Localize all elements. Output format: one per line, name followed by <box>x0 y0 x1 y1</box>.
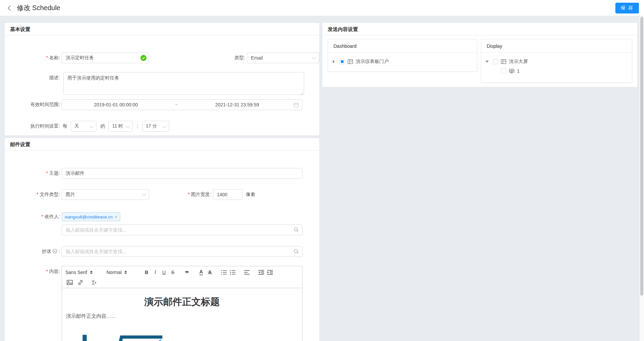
recipients-row: *收件人: xiangxu6@creditease.cn × <box>5 212 319 221</box>
back-icon[interactable] <box>5 4 13 12</box>
filetype-label: *文件类型: <box>5 192 60 198</box>
range-separator: ~ <box>170 102 183 107</box>
blockquote-button[interactable]: ❞ <box>183 268 191 276</box>
editor-content-area[interactable]: 演示邮件正文标题 演示邮件正文内容…… <box>62 288 302 341</box>
slide-checkbox[interactable] <box>501 68 506 74</box>
page-scrollbar-track[interactable] <box>639 16 644 341</box>
dashboard-card: Dashboard 演示仪表板门户 <box>328 39 477 72</box>
display-card-title: Display <box>481 39 632 53</box>
required-mark: * <box>46 269 48 274</box>
date-range-picker[interactable]: 2019-01-01 00:00:00 ~ 2021-12-31 23:59:5… <box>62 99 302 110</box>
name-field-wrap <box>62 53 149 63</box>
size-picker-value: Normal <box>106 270 122 275</box>
valid-check-icon <box>140 55 147 61</box>
bullet-list-button[interactable] <box>228 268 237 276</box>
required-mark: * <box>46 170 48 176</box>
chevron-down-icon <box>162 124 166 128</box>
tree-node-slide[interactable]: 1 <box>484 66 629 76</box>
range-start-value: 2019-01-01 00:00:00 <box>62 102 170 107</box>
page-scrollbar-thumb[interactable] <box>640 17 643 296</box>
recipient-tag: xiangxu6@creditease.cn × <box>62 212 120 221</box>
required-mark: * <box>46 55 48 60</box>
size-picker[interactable]: Normal <box>106 270 136 275</box>
chevron-down-icon <box>142 192 146 196</box>
caret-right-icon[interactable] <box>331 60 337 63</box>
exec-time-row: 执行时间设置: 每 天 的 11 时 : 17 分 <box>5 121 319 132</box>
valid-range-row: 有效时间范围: 2019-01-01 00:00:00 ~ 2021-12-31… <box>5 99 319 110</box>
description-textarea[interactable]: 用于演示使用的定时任务 <box>63 72 304 95</box>
exec-of-text: 的 <box>100 123 105 129</box>
background-color-button[interactable]: A <box>207 270 212 275</box>
name-input[interactable] <box>62 53 149 63</box>
image-width-unit: 像素 <box>246 192 255 198</box>
italic-button[interactable]: I <box>151 268 160 276</box>
insert-image-button[interactable] <box>65 278 74 286</box>
cc-row: 抄送: <box>5 246 319 257</box>
description-field-wrap: 用于演示使用的定时任务 <box>62 72 304 96</box>
insert-link-button[interactable] <box>76 278 85 286</box>
description-row: 描述: 用于演示使用的定时任务 <box>5 72 319 96</box>
search-icon <box>294 227 299 232</box>
image-width-input[interactable] <box>213 189 243 200</box>
indent-button[interactable] <box>265 268 274 276</box>
display-tree: 演示大屏 1 <box>481 53 632 80</box>
text-color-button[interactable]: A <box>199 269 203 275</box>
tag-close-icon[interactable]: × <box>115 214 118 219</box>
basic-settings-panel: 基本设置 *名称: 类型: Email 描述: 用于 <box>5 23 319 135</box>
tree-node-display[interactable]: 演示大屏 <box>484 57 629 66</box>
exec-unit-select[interactable]: 天 <box>71 121 96 132</box>
recipients-search-input[interactable] <box>62 225 302 235</box>
content-row: *内容: Sans Serif Normal <box>5 266 319 341</box>
subject-input[interactable] <box>62 168 302 179</box>
chevron-down-icon <box>312 55 316 59</box>
display-checkbox[interactable] <box>493 59 498 64</box>
portal-checkbox[interactable] <box>340 59 345 64</box>
type-label: 类型: <box>149 55 245 61</box>
caret-down-icon[interactable] <box>484 61 490 63</box>
required-mark: * <box>41 214 43 219</box>
tree-node-portal[interactable]: 演示仪表板门户 <box>331 57 474 66</box>
type-select[interactable]: Email <box>247 53 319 63</box>
recipients-label: *收件人: <box>5 214 60 220</box>
basic-panel-title: 基本设置 <box>5 23 319 35</box>
mail-body-text: 演示邮件正文内容…… <box>66 313 298 319</box>
exec-hour-select[interactable]: 11 时 <box>108 121 133 132</box>
recipients-search-row <box>5 225 319 235</box>
outdent-button[interactable] <box>257 268 265 276</box>
editor-toolbar: Sans Serif Normal B I U S <box>62 266 302 288</box>
page-header: 修改 Schedule 保 存 <box>0 0 644 16</box>
cc-search-input[interactable] <box>62 246 302 257</box>
send-panel-title: 发送内容设置 <box>322 23 637 35</box>
description-label: 描述: <box>5 75 60 81</box>
ordered-list-button[interactable] <box>220 268 228 276</box>
font-picker[interactable]: Sans Serif <box>65 270 100 275</box>
display-node-label: 演示大屏 <box>509 59 528 65</box>
rich-editor: Sans Serif Normal B I U S <box>60 266 302 341</box>
cc-search-wrap <box>62 246 302 257</box>
filetype-select[interactable]: 图片 <box>62 189 149 200</box>
name-row: *名称: 类型: Email <box>5 53 319 63</box>
calendar-icon[interactable] <box>294 102 299 107</box>
slide-monitor-icon <box>509 69 514 73</box>
clear-format-button[interactable]: Tx <box>90 278 98 286</box>
align-button[interactable] <box>243 268 251 276</box>
exec-every-text: 每 <box>63 123 67 129</box>
valid-range-label: 有效时间范围: <box>5 102 60 108</box>
page-title: 修改 Schedule <box>17 3 60 12</box>
save-button[interactable]: 保 存 <box>615 3 639 13</box>
search-icon <box>294 249 299 254</box>
strike-button[interactable]: S <box>168 268 177 276</box>
exec-hour-value: 11 时 <box>112 123 123 129</box>
recipients-search-wrap <box>62 225 302 235</box>
underline-button[interactable]: U <box>160 268 168 276</box>
font-picker-value: Sans Serif <box>65 270 87 275</box>
cc-label: 抄送: <box>5 248 60 254</box>
exec-unit-value: 天 <box>74 123 79 129</box>
exec-minute-value: 17 分 <box>146 123 157 129</box>
davinci-logo <box>74 333 298 341</box>
bold-button[interactable]: B <box>142 268 151 276</box>
portal-node-label: 演示仪表板门户 <box>356 59 389 65</box>
display-icon <box>501 59 506 64</box>
cc-expand-icon[interactable] <box>53 249 57 253</box>
exec-minute-select[interactable]: 17 分 <box>142 121 169 132</box>
